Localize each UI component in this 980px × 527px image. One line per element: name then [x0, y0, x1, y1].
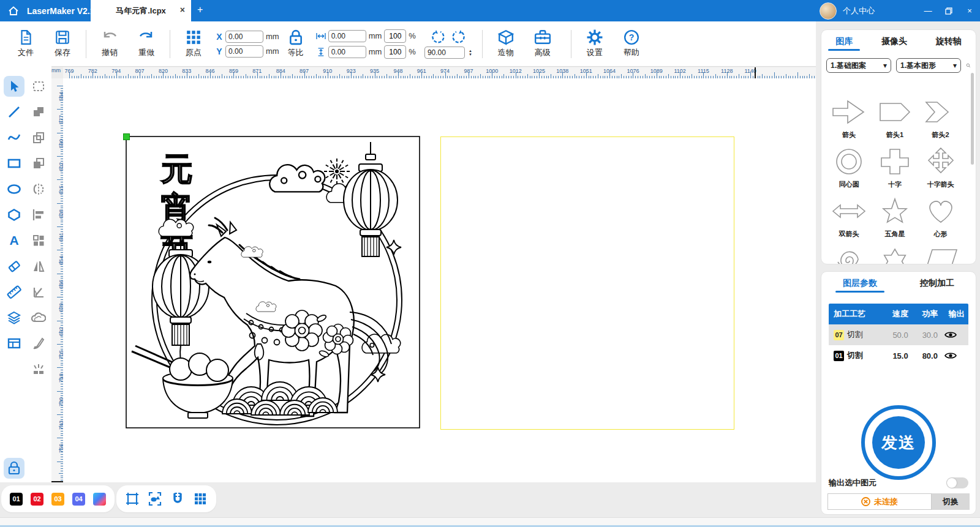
width-input[interactable]	[328, 30, 366, 42]
measure-angle-tool[interactable]	[28, 282, 49, 302]
save-icon	[55, 29, 70, 45]
polygon-tool[interactable]	[4, 204, 24, 225]
ruler-tool[interactable]	[4, 282, 24, 302]
shape-cross[interactable]: 十字	[872, 146, 918, 189]
help-button[interactable]: ? 帮助	[613, 29, 650, 58]
select-tool[interactable]	[4, 76, 24, 97]
height-percent-input[interactable]	[384, 45, 406, 59]
rectangle-tool[interactable]	[4, 153, 24, 174]
document-tab[interactable]: 马年元宵.lcpx ×	[91, 0, 191, 21]
shape-heart[interactable]: 心形	[918, 195, 963, 239]
swatch-03[interactable]: 03	[51, 493, 64, 506]
search-icon[interactable]	[966, 59, 971, 72]
shape-cross-arrow[interactable]: 十字箭头	[918, 146, 963, 189]
x-position-input[interactable]	[225, 31, 263, 43]
flip-horizontal-tool[interactable]	[28, 179, 49, 200]
file-button[interactable]: 文件	[7, 29, 44, 58]
window-close-button[interactable]: ×	[959, 0, 980, 21]
tab-library[interactable]: 图库	[835, 36, 853, 51]
output-selected-toggle[interactable]	[946, 477, 968, 488]
subtract-tool[interactable]	[28, 153, 49, 174]
tab-rotary[interactable]: 旋转轴	[936, 36, 962, 51]
rotate-cw-icon[interactable]	[451, 29, 466, 44]
shape-arrow[interactable]: 箭头	[826, 96, 872, 140]
origin-button[interactable]: 原点	[175, 29, 212, 58]
swatch-04[interactable]: 04	[72, 493, 85, 506]
connection-status[interactable]: 未连接	[827, 493, 932, 510]
shape-parallelogram[interactable]: 平行四边形	[918, 245, 963, 264]
send-button[interactable]: 发送	[861, 405, 936, 480]
visibility-eye-icon[interactable]	[944, 351, 957, 360]
text-tool[interactable]: A	[4, 230, 24, 251]
pen-pick-tool[interactable]	[28, 333, 49, 354]
align-tool[interactable]	[28, 204, 49, 225]
selection-handle[interactable]	[123, 133, 130, 140]
shape-arrow2[interactable]: 箭头2	[918, 96, 963, 140]
library-scrollbar[interactable]	[971, 73, 974, 165]
frame-tool-icon[interactable]	[125, 491, 140, 506]
window-minimize-button[interactable]: —	[918, 0, 938, 21]
home-icon[interactable]	[6, 4, 21, 18]
layer-row-07[interactable]: 07切割 50.0 30.0	[829, 324, 968, 345]
swatch-gradient[interactable]	[93, 493, 106, 506]
swatch-02[interactable]: 02	[31, 493, 43, 506]
artwork-horse-papercut[interactable]: 元 宵 节	[126, 136, 420, 429]
tab-camera[interactable]: 摄像头	[881, 36, 907, 51]
layer-row-01[interactable]: 01切割 15.0 80.0	[829, 345, 968, 366]
window-restore-button[interactable]	[938, 0, 959, 21]
advanced-button[interactable]: 高级	[524, 29, 561, 58]
switch-device-button[interactable]: 切换	[932, 493, 970, 510]
shape-concentric-circles[interactable]: 同心圆	[826, 146, 872, 189]
y-position-input[interactable]	[225, 45, 263, 58]
x-axis-label: X	[216, 32, 223, 42]
create-button[interactable]: 造物	[488, 29, 524, 58]
layers-tool[interactable]	[4, 307, 24, 328]
table-layout-tool[interactable]	[4, 333, 24, 354]
shape-six-point-star[interactable]: 六角星	[872, 245, 918, 264]
visibility-eye-icon[interactable]	[944, 331, 957, 339]
library-panel: 图库 摄像头 旋转轴 1.基础图案▾ 1.基本图形▾ 箭头箭头1箭头2同心圆十字…	[821, 29, 976, 264]
ellipse-tool[interactable]	[4, 179, 24, 200]
weld-union-tool[interactable]	[28, 102, 49, 122]
settings-button[interactable]: 设置	[576, 29, 613, 58]
tab-control-process[interactable]: 控制加工	[920, 278, 954, 293]
line-tool[interactable]	[4, 102, 24, 122]
explode-tool[interactable]	[28, 359, 49, 379]
workarea-frame[interactable]	[440, 136, 734, 430]
marquee-select-tool[interactable]	[28, 76, 49, 97]
swatch-01[interactable]: 01	[10, 493, 23, 506]
category-dropdown-1[interactable]: 1.基础图案▾	[826, 58, 891, 73]
magnet-icon[interactable]	[170, 491, 185, 506]
shape-spiral[interactable]: 螺旋线	[826, 245, 872, 264]
redo-button[interactable]: 重做	[128, 29, 165, 58]
fit-selection-icon[interactable]	[148, 491, 162, 506]
eraser-tool[interactable]	[4, 256, 24, 277]
shape-double-arrow[interactable]: 双箭头	[826, 195, 872, 239]
curve-tool[interactable]	[4, 127, 24, 148]
grid-icon[interactable]	[193, 491, 208, 506]
undo-button[interactable]: 撤销	[91, 29, 128, 58]
y-axis-label: Y	[216, 47, 223, 56]
save-button[interactable]: 保存	[44, 29, 81, 58]
ruler-horizontal: 7697827948078208338468598718848979109239…	[63, 67, 816, 78]
user-center-label[interactable]: 个人中心	[843, 6, 875, 17]
category-dropdown-2[interactable]: 1.基本图形▾	[896, 58, 961, 73]
mirror-tool[interactable]	[28, 256, 49, 277]
lock-canvas-button[interactable]	[4, 458, 24, 479]
rotate-ccw-icon[interactable]	[431, 29, 445, 44]
width-percent-input[interactable]	[384, 29, 406, 43]
weld-cloud-tool[interactable]	[28, 307, 49, 328]
lock-aspect-button[interactable]: 等比	[279, 29, 312, 58]
angle-stepper[interactable]: ▲▼	[469, 49, 472, 56]
tab-close-icon[interactable]: ×	[180, 5, 185, 15]
shape-five-point-star[interactable]: 五角星	[872, 195, 918, 239]
height-input[interactable]	[328, 46, 366, 58]
duplicate-tool[interactable]	[28, 127, 49, 148]
rotate-angle-input[interactable]	[424, 47, 465, 59]
arrange-blocks-tool[interactable]	[28, 230, 49, 251]
tab-layer-params[interactable]: 图层参数	[843, 278, 877, 293]
status-strip	[0, 517, 980, 526]
avatar[interactable]	[820, 2, 837, 20]
shape-arrow1[interactable]: 箭头1	[872, 96, 918, 140]
new-tab-button[interactable]: +	[197, 4, 203, 15]
